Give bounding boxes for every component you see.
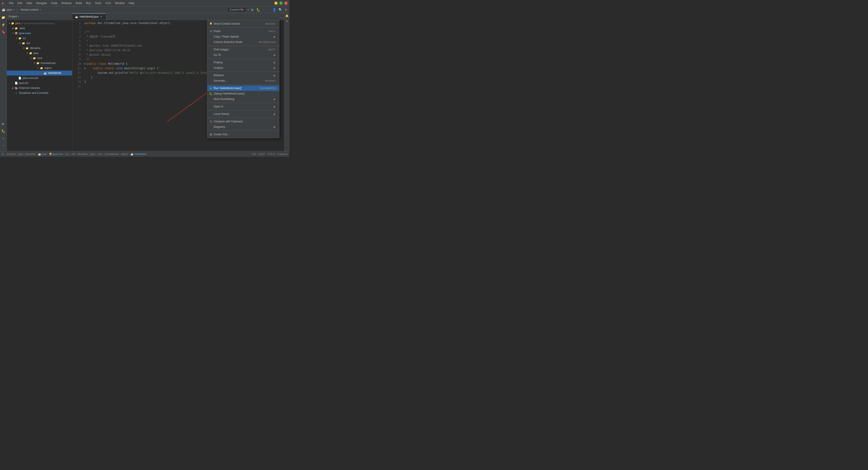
vcs-label[interactable]: Version control — [20, 8, 38, 11]
ctx-go-to[interactable]: Go To ▶ — [207, 52, 279, 58]
ctx-show-context-actions[interactable]: 💡 Show Context Actions Alt+Enter — [207, 21, 279, 26]
menu-file[interactable]: File — [7, 1, 15, 5]
ctx-copy-paste-special[interactable]: Copy / Paste Special ▶ — [207, 34, 279, 39]
tree-item-foundational[interactable]: ▼ 📁 foundational — [7, 61, 72, 66]
right-icon-settings[interactable]: ⚙ — [285, 20, 289, 23]
menu-tools[interactable]: Tools — [93, 1, 103, 5]
ctx-open-in[interactable]: Open In ▶ — [207, 104, 279, 109]
menu-navigate[interactable]: Navigate — [34, 1, 49, 5]
indent-settings[interactable]: 4 spaces — [278, 153, 287, 155]
folder-icon: 📁 — [14, 26, 18, 30]
tree-label: java-core.iml — [23, 77, 38, 80]
tree-item-object[interactable]: ▼ 📁 object — [7, 66, 72, 70]
tab-close-button[interactable]: ✕ — [100, 15, 103, 18]
breadcrumb-sep: › — [24, 153, 25, 155]
panel-header: Project ▾ — [7, 13, 72, 20]
menu-vcs[interactable]: VCS — [103, 1, 113, 5]
run-gutter-10[interactable]: ▶ — [84, 61, 86, 66]
java-icon: ☕ — [2, 8, 5, 11]
tree-item-scratches[interactable]: ▶ ≡ Scratches and Consoles — [7, 90, 72, 95]
tree-item-src[interactable]: ▼ 📁 src — [7, 36, 72, 41]
ctx-compare-clipboard[interactable]: ⎘ Compare with Clipboard — [207, 119, 279, 124]
ctx-analyze[interactable]: Analyze ▶ — [207, 65, 279, 70]
minimize-button[interactable]: − — [274, 2, 278, 5]
sidebar-icons: 📁 ⚡ 🔖 ▶ 🐛 ⚠ ⑃ — [0, 13, 7, 151]
sidebar-icon-project[interactable]: 📁 — [1, 15, 6, 20]
run-config-selector[interactable]: Current File — [227, 7, 246, 12]
debug-button[interactable]: 🐛 — [256, 8, 260, 11]
breadcrumb-sep: › — [5, 153, 6, 155]
project-name[interactable]: java — [7, 8, 12, 11]
settings-button[interactable]: ⚙ — [285, 8, 287, 11]
tree-item-net[interactable]: ▼ 📁 net — [7, 41, 72, 46]
tree-label: src — [23, 37, 26, 40]
menu-help[interactable]: Help — [127, 1, 136, 5]
project-dropdown-icon[interactable]: ▾ — [13, 8, 14, 11]
right-icon-notifications[interactable]: 🔔 — [285, 14, 289, 18]
ctx-column-selection[interactable]: Column Selection Mode Alt+Shift+Insert — [207, 39, 279, 45]
panel-dropdown-icon[interactable]: ▾ — [18, 15, 19, 18]
ctx-create-gist[interactable]: ⊕ Create Gist... — [207, 131, 279, 137]
tree-item-ittimeline[interactable]: ▼ 📁 ittimeline — [7, 46, 72, 51]
editor-more-button[interactable]: ⋯ — [279, 16, 283, 20]
breadcrumb-sep: › — [64, 153, 65, 155]
tree-label: External Libraries — [19, 86, 40, 90]
more-actions-button[interactable]: ⋯ — [262, 8, 266, 11]
tree-item-java[interactable]: ▼ 📁 java D:\projects\java\ittimeline\jav… — [7, 21, 72, 26]
tree-label: core — [37, 57, 42, 60]
sidebar-icon-git[interactable]: ⑃ — [1, 143, 6, 148]
sidebar-icon-bookmarks[interactable]: 🔖 — [1, 29, 6, 34]
menu-window[interactable]: Window — [113, 1, 127, 5]
tree-item-core[interactable]: ▼ 📁 core — [7, 56, 72, 61]
context-menu: 💡 Show Context Actions Alt+Enter ⎘ Paste… — [207, 20, 279, 138]
breadcrumb-item: java — [90, 153, 95, 155]
ctx-label: Open In — [214, 105, 223, 108]
menu-code[interactable]: Code — [49, 1, 59, 5]
vcs-dropdown-icon[interactable]: ▾ — [40, 8, 41, 11]
close-button[interactable]: ✕ — [284, 2, 287, 5]
tree-item-external-libs[interactable]: ▶ 📚 External Libraries — [7, 86, 72, 90]
tree-item-java2[interactable]: ▼ 📁 java — [7, 51, 72, 56]
ctx-diagrams[interactable]: Diagrams ▶ — [207, 124, 279, 129]
tree-item-helloworld[interactable]: ▶ ☕ HelloWorld — [7, 70, 72, 76]
tree-item-java-iml[interactable]: ▶ 📄 java.iml — [7, 81, 72, 86]
menu-run[interactable]: Run — [84, 1, 93, 5]
ctx-debug-main[interactable]: 🐛 Debug 'HelloWorld.main()' — [207, 91, 279, 96]
ctx-local-history[interactable]: Local History ▶ — [207, 111, 279, 117]
maximize-button[interactable]: □ — [279, 2, 283, 5]
encoding[interactable]: UTF-8 — [268, 153, 275, 155]
tree-label: .idea — [19, 27, 25, 30]
ctx-label: Refactor — [214, 74, 224, 77]
tree-arrow: ▼ — [8, 22, 11, 25]
tree-item-java-core[interactable]: ▼ 📦 java-core — [7, 31, 72, 36]
ctx-shortcut: Alt+Enter — [265, 22, 276, 25]
ctx-find-usages[interactable]: Find Usages Alt+F7 — [207, 47, 279, 52]
ctx-run-main[interactable]: ▶ Run 'HelloWorld.main()' Ctrl+Shift+F10 — [207, 86, 279, 91]
sidebar-icon-debug[interactable]: 🐛 — [1, 128, 6, 134]
tree-label: Scratches and Consoles — [19, 91, 49, 94]
menu-build[interactable]: Build — [74, 1, 84, 5]
menu-edit[interactable]: Edit — [16, 1, 24, 5]
ctx-more-run-debug[interactable]: More Run/Debug ▶ — [207, 96, 279, 102]
search-button[interactable]: 🔍 — [278, 8, 282, 11]
editor-tab-helloworld[interactable]: ☕ HelloWorld.java ✕ — [72, 13, 106, 20]
cursor-position[interactable]: 9:4 — [252, 153, 256, 155]
sidebar-icon-problems[interactable]: ⚠ — [1, 136, 6, 141]
run-gutter-11[interactable]: ▶ — [84, 66, 86, 70]
sidebar-icon-structure[interactable]: ⚡ — [1, 22, 6, 27]
ctx-refactor[interactable]: Refactor ▶ — [207, 72, 279, 78]
ctx-generate[interactable]: Generate... Alt+Insert — [207, 78, 279, 84]
run-config-dropdown[interactable]: ▾ — [248, 8, 249, 11]
breadcrumb-item: D: — [2, 153, 4, 155]
toolbar: ☕ java ▾ | Version control ▾ Current Fil… — [0, 6, 289, 13]
menu-view[interactable]: View — [24, 1, 34, 5]
ctx-folding[interactable]: Folding ▶ — [207, 60, 279, 65]
tree-item-idea[interactable]: ▶ 📁 .idea — [7, 26, 72, 31]
sidebar-icon-run[interactable]: ▶ — [1, 121, 6, 126]
tree-item-iml[interactable]: ▶ 📄 java-core.iml — [7, 76, 72, 81]
profile-button[interactable]: 👤 — [272, 8, 276, 11]
line-separator[interactable]: CRLF — [258, 153, 265, 155]
ctx-paste[interactable]: ⎘ Paste Ctrl+V — [207, 29, 279, 34]
run-button[interactable]: ▶ — [251, 8, 254, 12]
menu-refactor[interactable]: Refactor — [60, 1, 73, 5]
